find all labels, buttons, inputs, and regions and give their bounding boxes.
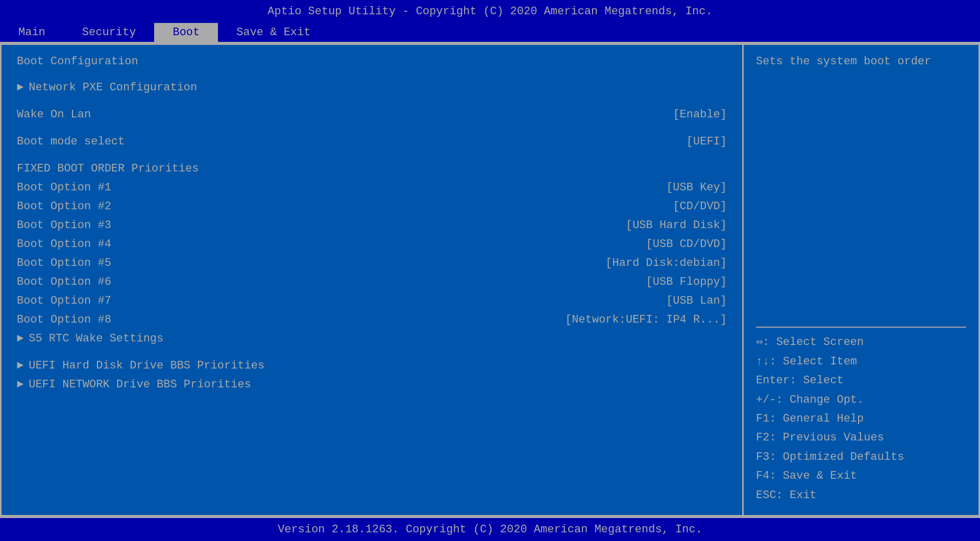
help-text-content: Sets the system boot order [756,55,931,68]
setting-label-4: Boot mode select [17,135,687,148]
header-row-6: FIXED BOOT ORDER Priorities [17,159,727,178]
setting-value-7: [USB Key] [666,181,727,194]
submenu-label-15: S5 RTC Wake Settings [29,332,727,345]
key-help-line-6: F3: Optimized Defaults [756,448,966,466]
setting-value-13: [USB Lan] [666,294,727,307]
setting-value-8: [CD/DVD] [673,200,727,213]
left-panel: Boot Configuration ►Network PXE Configur… [2,45,744,515]
submenu-label-17: UEFI Hard Disk Drive BBS Priorities [29,359,727,372]
submenu-row-15[interactable]: ►S5 RTC Wake Settings [17,329,727,348]
key-help-line-5: F2: Previous Values [756,428,966,447]
app: Aptio Setup Utility - Copyright (C) 2020… [0,0,980,541]
menu-item-boot[interactable]: Boot [154,23,218,42]
setting-label-2: Wake On Lan [17,108,673,121]
key-help-line-2: Enter: Select [756,371,966,390]
setting-value-14: [Network:UEFI: IP4 R...] [565,313,727,326]
setting-row-14[interactable]: Boot Option #8[Network:UEFI: IP4 R...] [17,310,727,329]
setting-row-4[interactable]: Boot mode select[UEFI] [17,132,727,151]
left-rows: ►Network PXE ConfigurationWake On Lan[En… [17,78,727,394]
submenu-row-18[interactable]: ►UEFI NETWORK Drive BBS Priorities [17,375,727,394]
setting-label-11: Boot Option #5 [17,257,605,269]
title-text: Aptio Setup Utility - Copyright (C) 2020… [267,5,712,18]
header-label-6: FIXED BOOT ORDER Priorities [17,162,727,175]
setting-label-13: Boot Option #7 [17,294,666,307]
submenu-arrow-0: ► [17,81,23,94]
footer: Version 2.18.1263. Copyright (C) 2020 Am… [0,517,980,541]
setting-label-12: Boot Option #6 [17,276,646,288]
setting-value-4: [UEFI] [687,135,727,148]
setting-row-13[interactable]: Boot Option #7[USB Lan] [17,291,727,310]
divider-row-3 [17,124,727,132]
help-divider [756,327,966,328]
divider-row-5 [17,151,727,159]
submenu-row-0[interactable]: ►Network PXE Configuration [17,78,727,97]
setting-row-9[interactable]: Boot Option #3[USB Hard Disk] [17,216,727,235]
divider-row-1 [17,97,727,105]
setting-row-7[interactable]: Boot Option #1[USB Key] [17,178,727,197]
key-help-line-0: ⇔: Select Screen [756,333,966,352]
key-help-line-3: +/-: Change Opt. [756,390,966,409]
title-bar: Aptio Setup Utility - Copyright (C) 2020… [0,0,980,21]
menu-item-save-exit[interactable]: Save & Exit [218,23,329,42]
setting-label-14: Boot Option #8 [17,313,565,326]
footer-text: Version 2.18.1263. Copyright (C) 2020 Am… [278,523,702,536]
setting-value-10: [USB CD/DVD] [646,238,727,251]
submenu-label-0: Network PXE Configuration [29,81,727,94]
setting-label-7: Boot Option #1 [17,181,666,194]
help-text: Sets the system boot order [756,55,966,322]
submenu-label-18: UEFI NETWORK Drive BBS Priorities [29,378,727,391]
setting-value-12: [USB Floppy] [646,276,727,288]
setting-value-9: [USB Hard Disk] [626,219,727,232]
setting-row-12[interactable]: Boot Option #6[USB Floppy] [17,273,727,291]
submenu-arrow-18: ► [17,378,23,391]
right-panel: Sets the system boot order ⇔: Select Scr… [744,45,978,515]
key-help-line-1: ↑↓: Select Item [756,352,966,371]
key-help-line-7: F4: Save & Exit [756,466,966,485]
setting-row-10[interactable]: Boot Option #4[USB CD/DVD] [17,235,727,254]
setting-row-11[interactable]: Boot Option #5[Hard Disk:debian] [17,254,727,273]
main-content: Boot Configuration ►Network PXE Configur… [0,43,980,517]
setting-value-11: [Hard Disk:debian] [605,257,727,269]
menu-item-security[interactable]: Security [64,23,155,42]
setting-label-9: Boot Option #3 [17,219,626,232]
submenu-arrow-17: ► [17,359,23,372]
key-help-line-8: ESC: Exit [756,486,966,505]
section-title: Boot Configuration [17,55,727,68]
setting-row-2[interactable]: Wake On Lan[Enable] [17,105,727,124]
key-help: ⇔: Select Screen↑↓: Select ItemEnter: Se… [756,333,966,505]
divider-row-16 [17,348,727,356]
menu-bar: MainSecurityBootSave & Exit [0,21,980,43]
menu-item-main[interactable]: Main [0,23,64,42]
setting-label-8: Boot Option #2 [17,200,673,213]
submenu-arrow-15: ► [17,332,23,345]
submenu-row-17[interactable]: ►UEFI Hard Disk Drive BBS Priorities [17,356,727,375]
setting-label-10: Boot Option #4 [17,238,646,251]
setting-row-8[interactable]: Boot Option #2[CD/DVD] [17,197,727,216]
key-help-line-4: F1: General Help [756,409,966,428]
setting-value-2: [Enable] [673,108,727,121]
